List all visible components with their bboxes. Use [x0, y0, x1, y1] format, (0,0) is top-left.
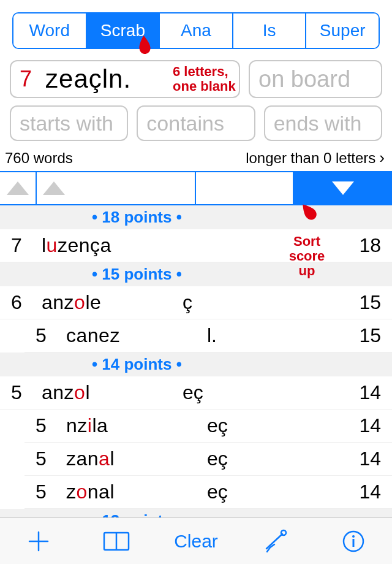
chevron-right-icon: ›	[379, 148, 385, 167]
score: 15	[274, 291, 381, 314]
info-button[interactable]	[334, 527, 373, 556]
word-text: luzença	[42, 234, 183, 257]
svg-point-2	[281, 530, 286, 535]
tab-word[interactable]: Word	[13, 13, 87, 48]
clear-button[interactable]: Clear	[174, 527, 218, 556]
leftover-letters: eç	[183, 381, 274, 404]
score: 14	[274, 381, 381, 404]
tab-scrab[interactable]: Scrab	[87, 13, 160, 48]
starts-with-input[interactable]: starts with	[10, 105, 128, 141]
leftover-letters: l.	[207, 324, 299, 347]
word-text: nzila	[66, 414, 207, 437]
rack-count: 7	[20, 66, 32, 92]
length-filter[interactable]: longer than 0 letters ›	[246, 148, 385, 167]
triangle-up-icon	[7, 181, 29, 195]
word-length: 5	[11, 381, 42, 404]
rack-letters: zeaçln.	[45, 64, 131, 94]
sort-length[interactable]	[0, 172, 37, 204]
ends-with-input[interactable]: ends with	[264, 105, 382, 141]
tab-is[interactable]: Is	[233, 13, 307, 48]
points-section-header: • 13 points •	[0, 509, 392, 517]
triangle-up-icon	[43, 181, 65, 195]
results-list: • 18 points •7luzença18• 15 points •6anz…	[0, 205, 392, 517]
score: 14	[299, 414, 381, 437]
book-button[interactable]	[97, 527, 136, 556]
word-length: 5	[36, 448, 66, 470]
svg-point-4	[352, 535, 355, 538]
result-row[interactable]: 5nzilaeç14	[24, 410, 392, 443]
leftover-letters: eç	[207, 481, 299, 503]
score: 18	[274, 234, 381, 257]
word-text: anzole	[42, 291, 183, 314]
points-section-header: • 18 points •	[0, 205, 392, 229]
word-count: 760 words	[5, 150, 73, 167]
sort-word[interactable]	[37, 172, 196, 204]
word-length: 6	[11, 291, 42, 314]
contains-input[interactable]: contains	[137, 105, 255, 141]
leftover-letters: eç	[207, 448, 299, 470]
word-text: canez	[66, 324, 207, 347]
word-length: 5	[36, 481, 66, 503]
result-row[interactable]: 5anzoleç14	[0, 376, 392, 410]
result-row[interactable]: 7luzença18	[0, 229, 392, 262]
score: 14	[299, 448, 381, 470]
word-length: 7	[11, 234, 42, 257]
result-row[interactable]: 5canezl.15	[24, 319, 392, 352]
score: 14	[299, 481, 381, 503]
rack-input[interactable]: 7 zeaçln.	[10, 60, 240, 98]
svg-rect-5	[352, 539, 354, 547]
add-button[interactable]	[19, 527, 58, 556]
leftover-letters: ç	[183, 291, 274, 314]
sort-score[interactable]	[294, 172, 392, 204]
sort-leftover[interactable]	[196, 172, 294, 204]
result-row[interactable]: 5zonaleç14	[24, 476, 392, 509]
result-row[interactable]: 5zanaleç14	[24, 443, 392, 476]
settings-button[interactable]	[256, 527, 295, 556]
word-text: zonal	[66, 481, 207, 503]
word-length: 5	[36, 414, 66, 437]
points-section-header: • 14 points •	[0, 352, 392, 376]
score: 15	[299, 324, 381, 347]
word-text: anzol	[42, 381, 183, 404]
tab-super[interactable]: Super	[306, 13, 379, 48]
board-input[interactable]: on board	[249, 60, 382, 98]
result-row[interactable]: 6anzoleç15	[0, 286, 392, 319]
triangle-down-icon	[332, 181, 354, 195]
toolbar: Clear	[0, 517, 392, 564]
leftover-letters: eç	[207, 414, 299, 437]
word-length: 5	[36, 324, 66, 347]
mode-tabs: Word Scrab Ana Is Super	[12, 12, 380, 49]
sort-bar	[0, 171, 392, 205]
points-section-header: • 15 points •	[0, 262, 392, 286]
tab-ana[interactable]: Ana	[160, 13, 233, 48]
word-text: zanal	[66, 448, 207, 470]
